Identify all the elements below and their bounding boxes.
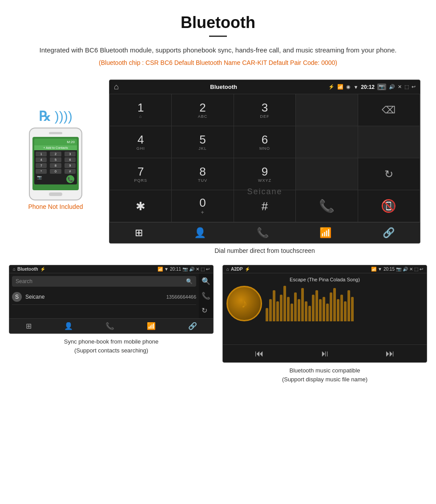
phonebook-bottom-nav: ⊞ 👤 📞 📶 🔗 [9,318,213,333]
pb-usb-icon: ⚡ [40,267,45,272]
phone-add-contact: + Add to Contacts [34,145,77,150]
prev-icon[interactable]: ⏮ [255,348,264,359]
dial-key-6[interactable]: 6 MNO [234,126,296,158]
dial-hangup[interactable]: 📵 [358,190,420,222]
nav-person-icon[interactable]: 👤 [194,227,206,239]
nav-phone-icon[interactable]: 📞 [257,227,269,239]
nav-bt-icon[interactable]: 📶 [319,227,331,239]
music-controls: ⏮ ⏯ ⏭ [223,344,427,362]
bt-symbol: ℞ [39,109,51,124]
nav-link-icon[interactable]: 🔗 [383,227,395,239]
pb-bt-icon: 📶 [157,267,163,272]
phone-key-hash: # [65,169,76,174]
pb-nav-link[interactable]: 🔗 [188,322,197,330]
dial-key-1[interactable]: 1 ⌂ [110,94,172,126]
fullscreen-icon: ⬚ [404,84,409,90]
bt-waves: ℞ )))) [39,108,72,124]
dial-empty-1 [296,94,358,126]
dial-key-4[interactable]: 4 GHI [110,126,172,158]
bt-waves-icon: )))) [55,109,73,124]
music-note-icon: ♪ [241,296,247,311]
pb-nav-phone[interactable]: 📞 [105,322,114,330]
dial-empty-4 [296,158,358,190]
dial-key-hash[interactable]: # [234,190,296,222]
phonebook-section: ⌂ Bluetooth ⚡ 📶 ▼ 20:11 📷 🔊 ✕ ⬚ ↩ [9,265,214,384]
phone-key-6: 6 [65,157,76,162]
location-icon: ◉ [346,84,351,90]
pb-side-phone-icon[interactable]: 📞 [202,292,210,300]
dial-backspace[interactable]: ⌫ [358,94,420,126]
phonebook-main: Search 🔍 S Seicane 13566664466 [9,273,199,318]
dial-key-0[interactable]: 0 + [172,190,234,222]
dial-caption: Dial number direct from touchscreen [214,247,315,254]
dial-call[interactable]: 📞 [296,190,358,222]
main-bottom-nav: ⊞ 👤 📞 📶 🔗 [109,222,420,243]
dial-key-2[interactable]: 2 ABC [172,94,234,126]
home-icon: ⌂ [114,82,119,92]
pb-side-refresh-icon[interactable]: ↻ [202,306,210,315]
page-header: Bluetooth Integrated with BC6 Bluetooth … [0,0,436,80]
phone-key-7: 7 [36,163,47,168]
screen-title: Bluetooth [210,84,237,90]
phone-call-btn: 📞 [66,175,74,183]
music-main-area: ♪ [226,286,423,321]
dial-refresh[interactable]: ↻ [358,158,420,190]
dial-key-5[interactable]: 5 JKL [172,126,234,158]
pb-screen-title: Bluetooth [17,267,38,272]
dial-key-star[interactable]: ✱ [110,190,172,222]
phone-camera-icon: 📷 [37,175,42,183]
phone-screen-top: M:20 [34,139,77,145]
volume-icon: 🔊 [389,84,395,90]
pb-nav-bt[interactable]: 📶 [147,322,156,330]
phone-not-included: Phone Not Included [28,203,83,210]
pb-nav-grid[interactable]: ⊞ [26,322,32,330]
play-pause-icon[interactable]: ⏯ [320,348,329,359]
dial-key-7[interactable]: 7 PQRS [110,158,172,190]
phonebook-side-icons: 🔍 📞 ↻ [199,273,213,318]
search-placeholder: Search [16,278,32,284]
contact-number: 13566664466 [166,294,196,300]
next-icon[interactable]: ⏭ [386,348,395,359]
dial-key-9[interactable]: 9 WXYZ [234,158,296,190]
camera-status-icon: 📷 [377,84,386,90]
pb-full-icon: ⬚ [201,267,205,272]
pb-side-search-icon[interactable]: 🔍 [202,277,210,285]
pb-nav-person[interactable]: 👤 [64,322,73,330]
pb-home-icon: ⌂ [13,267,16,272]
phone-key-0: 0 [50,169,61,174]
music-status-bar: ⌂ A2DP ⚡ 📶 ▼ 20:15 📷 🔊 ✕ ⬚ ↩ [223,265,427,273]
music-screen-title: A2DP [231,267,243,272]
dial-empty-2 [296,126,358,158]
phone-keypad: 1 2 3 4 5 6 7 8 9 * [34,150,77,184]
music-full-icon: ⬚ [414,267,418,272]
phone-key-8: 8 [50,163,61,168]
nav-grid-icon[interactable]: ⊞ [135,227,143,239]
main-status-bar: ⌂ Bluetooth ⚡ 📶 ◉ ▼ 20:12 📷 🔊 ✕ ⬚ ↩ [109,80,420,94]
dial-key-8[interactable]: 8 TUV [172,158,234,190]
dial-key-3[interactable]: 3 DEF [234,94,296,126]
contact-row[interactable]: S Seicane 13566664466 [12,289,196,305]
music-section: ⌂ A2DP ⚡ 📶 ▼ 20:15 📷 🔊 ✕ ⬚ ↩ Escape (The [222,265,427,384]
main-content: ℞ )))) M:20 + Add to Contacts 1 2 3 4 [0,80,436,260]
phonebook-content-row: Search 🔍 S Seicane 13566664466 🔍 📞 ↻ [9,273,213,318]
search-icon: 🔍 [186,278,193,284]
music-home-icon: ⌂ [226,267,229,272]
music-wifi-icon: ▼ [378,267,382,272]
bt-status-icon: 📶 [337,84,343,90]
back-icon: ↩ [412,84,416,90]
music-bt-icon: 📶 [371,267,376,272]
status-right-icons: ⚡ 📶 ◉ ▼ 20:12 📷 🔊 ✕ ⬚ ↩ [328,84,416,90]
music-camera-icon: 📷 [396,267,401,272]
equalizer-visual [266,286,423,321]
search-bar[interactable]: Search 🔍 [12,276,196,287]
page-title: Bluetooth [27,13,409,32]
pb-time: 20:11 [170,267,181,272]
phone-screen: M:20 + Add to Contacts 1 2 3 4 5 6 [32,137,79,190]
pb-close-icon: ✕ [196,267,199,272]
dial-empty-3 [358,126,420,158]
dialpad-container: 1 ⌂ 2 ABC 3 DEF ⌫ [109,94,420,222]
pb-wifi-icon: ▼ [164,267,169,272]
time-display: 20:12 [361,84,375,90]
phone-key-3: 3 [65,152,76,156]
pb-back-icon: ↩ [206,267,210,272]
